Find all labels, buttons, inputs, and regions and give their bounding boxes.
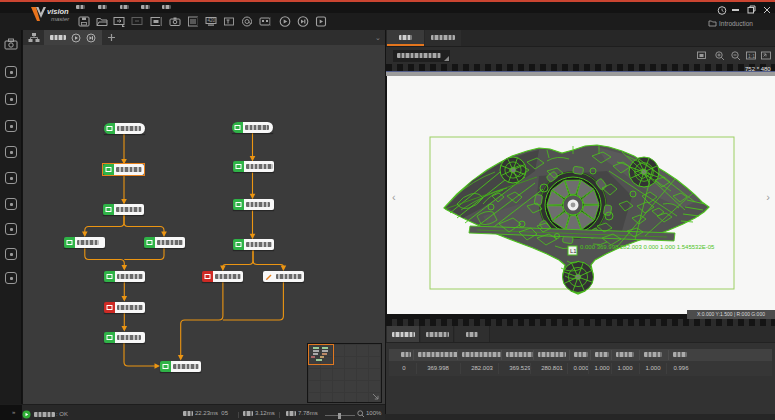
svg-text:vision: vision: [47, 7, 69, 16]
svg-text:0.000 369.998 282.003 0.000 1.: 0.000 369.998 282.003 0.000 1.000 1.5455…: [580, 244, 715, 250]
svg-text:420: 420: [208, 18, 216, 23]
svg-text:L1: L1: [570, 248, 577, 254]
svg-text:master: master: [51, 16, 70, 22]
svg-text:1:1: 1:1: [748, 53, 755, 59]
